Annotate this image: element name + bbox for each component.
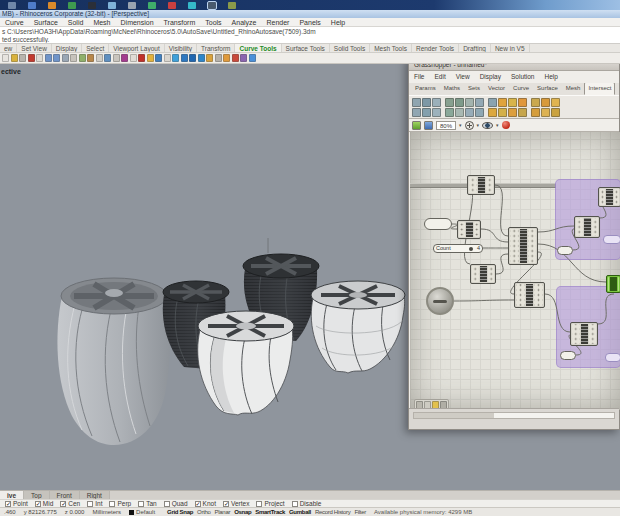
rhino-title-bar[interactable]: MB) - Rhinoceros Corporate (32-bit) - [P… xyxy=(0,10,620,18)
grasshopper-category-tab[interactable]: Params xyxy=(411,83,440,95)
toolbar-tab[interactable]: Transform xyxy=(197,44,235,52)
grasshopper-menu-item[interactable]: Edit xyxy=(429,71,450,83)
component-icon[interactable] xyxy=(432,108,441,117)
gh-node-selected-component[interactable] xyxy=(606,275,620,293)
gh-node-dial[interactable] xyxy=(426,287,454,315)
toolbar-icon[interactable] xyxy=(104,54,111,62)
grasshopper-category-tab[interactable]: Maths xyxy=(440,83,464,95)
checkbox-icon[interactable] xyxy=(195,501,201,507)
checkbox-icon[interactable] xyxy=(60,501,66,507)
taskbar-app-icon[interactable] xyxy=(188,2,196,9)
checkbox-icon[interactable] xyxy=(5,501,11,507)
grasshopper-title-bar[interactable]: Grasshopper - unnamed* xyxy=(409,64,619,71)
component-icon[interactable] xyxy=(541,98,550,107)
component-icon[interactable] xyxy=(475,98,484,107)
osnap-option[interactable]: Tan xyxy=(138,500,156,507)
toolbar-icon[interactable] xyxy=(172,54,179,62)
taskbar-app-icon[interactable] xyxy=(68,2,76,9)
checkbox-icon[interactable] xyxy=(109,501,115,507)
component-icon[interactable] xyxy=(518,98,527,107)
menu-item[interactable]: Curve xyxy=(0,18,29,26)
checkbox-icon[interactable] xyxy=(35,501,41,507)
osnap-option[interactable]: Int xyxy=(87,500,102,507)
chevron-down-icon[interactable]: ▾ xyxy=(496,122,499,128)
gh-node-pill[interactable] xyxy=(424,218,452,230)
grasshopper-category-tab[interactable]: Transform xyxy=(615,83,619,95)
toolbar-icon[interactable] xyxy=(249,54,256,62)
menu-item[interactable]: Mesh xyxy=(88,18,115,26)
grasshopper-category-tab[interactable]: Surface xyxy=(533,83,562,95)
toolbar-icon[interactable] xyxy=(198,54,205,62)
viewport-tab[interactable]: Front xyxy=(50,491,80,499)
component-icon[interactable] xyxy=(531,108,540,117)
toolbar-icon[interactable] xyxy=(223,54,230,62)
toolbar-icon[interactable] xyxy=(113,54,120,62)
menu-item[interactable]: Render xyxy=(261,18,294,26)
toolbar-icon[interactable] xyxy=(155,54,162,62)
toolbar-tab[interactable]: Viewport Layout xyxy=(109,44,165,52)
osnap-option[interactable]: Perp xyxy=(109,500,131,507)
menu-item[interactable]: Help xyxy=(326,18,350,26)
toolbar-icon[interactable] xyxy=(181,54,188,62)
zoom-level-select[interactable]: 80% xyxy=(436,121,456,130)
menu-item[interactable]: Surface xyxy=(29,18,63,26)
grasshopper-menu-item[interactable]: Solution xyxy=(506,71,540,83)
mode-toggle[interactable]: SmartTrack xyxy=(255,509,285,515)
vase-smooth-large[interactable] xyxy=(57,278,170,445)
gh-node-tag[interactable] xyxy=(605,353,620,362)
gh-node-component[interactable] xyxy=(514,282,545,308)
taskbar-app-icon[interactable] xyxy=(208,2,216,9)
toolbar-tab[interactable]: Display xyxy=(52,44,82,52)
grasshopper-category-tab[interactable]: Mesh xyxy=(562,83,585,95)
toolbar-tab[interactable]: Surface Tools xyxy=(282,44,330,52)
grasshopper-window[interactable]: Grasshopper - unnamed* FileEditViewDispl… xyxy=(408,64,620,430)
grasshopper-menu-item[interactable]: Help xyxy=(539,71,562,83)
component-icon[interactable] xyxy=(541,108,550,117)
chevron-down-icon[interactable]: ▾ xyxy=(459,122,462,128)
gh-node-component[interactable] xyxy=(598,187,620,207)
toolbar-tab[interactable]: Render Tools xyxy=(412,44,459,52)
gh-node-component[interactable] xyxy=(457,220,481,239)
toolbar-icon[interactable] xyxy=(189,54,196,62)
component-icon[interactable] xyxy=(432,98,441,107)
taskbar-app-icon[interactable] xyxy=(168,2,176,9)
toolbar-icon[interactable] xyxy=(215,54,222,62)
toolbar-tab[interactable]: Visibility xyxy=(165,44,197,52)
perspective-viewport[interactable]: ective xyxy=(0,64,620,490)
osnap-option[interactable]: Cen xyxy=(60,500,80,507)
toolbar-icon[interactable] xyxy=(53,54,60,62)
current-layer[interactable]: Default xyxy=(125,509,159,515)
component-icon[interactable] xyxy=(488,108,497,117)
osnap-option[interactable]: Point xyxy=(5,500,28,507)
component-icon[interactable] xyxy=(445,98,454,107)
toolbar-icon[interactable] xyxy=(240,54,247,62)
component-icon[interactable] xyxy=(475,108,484,117)
grasshopper-category-tab[interactable]: Curve xyxy=(509,83,533,95)
osnap-option[interactable]: Vertex xyxy=(223,500,249,507)
component-icon[interactable] xyxy=(551,108,560,117)
grasshopper-menu-item[interactable]: View xyxy=(451,71,475,83)
taskbar-app-icon[interactable] xyxy=(108,2,116,9)
toolbar-icon[interactable] xyxy=(62,54,69,62)
component-icon[interactable] xyxy=(551,98,560,107)
toolbar-icon[interactable] xyxy=(147,54,154,62)
toolbar-icon[interactable] xyxy=(36,54,43,62)
checkbox-icon[interactable] xyxy=(138,501,144,507)
chevron-down-icon[interactable]: ▾ xyxy=(477,122,480,128)
osnap-option[interactable]: Quad xyxy=(164,500,188,507)
component-icon[interactable] xyxy=(531,98,540,107)
mode-toggle[interactable]: Filter xyxy=(354,509,366,515)
toolbar-icon[interactable] xyxy=(121,54,128,62)
focus-target-icon[interactable] xyxy=(465,121,474,130)
gh-node-component[interactable] xyxy=(570,322,598,346)
toolbar-tab[interactable]: New in V5 xyxy=(491,44,530,52)
viewport-tab[interactable]: Right xyxy=(80,491,110,499)
component-icon[interactable] xyxy=(412,108,421,117)
toolbar-tab[interactable]: Set View xyxy=(17,44,52,52)
gh-node-component[interactable] xyxy=(508,227,538,265)
grasshopper-menu-item[interactable]: File xyxy=(409,71,429,83)
checkbox-icon[interactable] xyxy=(87,501,93,507)
toolbar-tab[interactable]: Drafting xyxy=(459,44,491,52)
toolbar-tab[interactable]: Select xyxy=(82,44,109,52)
menu-item[interactable]: Dimension xyxy=(116,18,159,26)
